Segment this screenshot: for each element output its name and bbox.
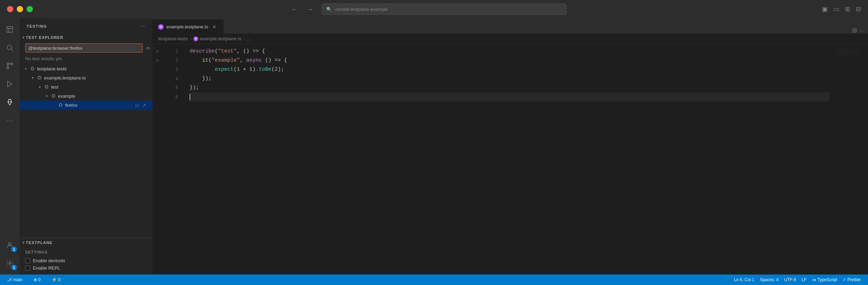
window-controls bbox=[7, 6, 33, 12]
tree-item-example-testplane-ts[interactable]: ▾ example.testplane.ts bbox=[20, 73, 152, 82]
more-tabs-icon[interactable]: ··· bbox=[860, 28, 864, 33]
activity-account[interactable]: 1 bbox=[1, 237, 18, 253]
repl-checkbox[interactable] bbox=[25, 266, 30, 271]
code-content[interactable]: describe("test", () => { it("example", a… bbox=[184, 44, 835, 274]
tree-dot-icon bbox=[43, 84, 50, 90]
language-icon: ⋊ bbox=[812, 278, 816, 282]
filter-input[interactable] bbox=[25, 43, 143, 53]
arrow-gutter: ▷ ▷ bbox=[152, 44, 163, 274]
tree-item-actions: ▷ ↗ bbox=[135, 102, 150, 109]
code-line-4: }); bbox=[190, 74, 830, 83]
gutter-6 bbox=[154, 92, 162, 102]
search-icon: 🔍 bbox=[326, 7, 332, 12]
global-search-bar[interactable]: 🔍 vscode-testplane-example bbox=[322, 4, 567, 15]
statusbar-branch[interactable]: ⎇ main bbox=[4, 274, 25, 285]
language-text: TypeScript bbox=[817, 277, 837, 282]
gutter-3 bbox=[154, 65, 162, 74]
run-test-button[interactable]: ▷ bbox=[135, 102, 140, 109]
test-explorer-title: TEST EXPLORER bbox=[26, 35, 63, 40]
code-line-1: describe("test", () => { bbox=[190, 47, 830, 56]
branch-icon: ⎇ bbox=[7, 277, 12, 282]
layout-icon[interactable]: ⊞ bbox=[845, 5, 850, 13]
nav-forward-button[interactable]: → bbox=[304, 4, 316, 15]
line-numbers: 1 2 3 4 5 6 bbox=[163, 44, 184, 274]
activity-more[interactable]: ··· bbox=[1, 112, 18, 129]
errors-text: ⊗ 0 bbox=[34, 277, 41, 282]
statusbar-language[interactable]: ⋊ TypeScript bbox=[809, 274, 840, 285]
goto-test-button[interactable]: ↗ bbox=[142, 102, 147, 109]
line-num-3: 3 bbox=[163, 65, 178, 74]
line-num-1: 1 bbox=[163, 47, 178, 56]
statusbar-left: ⎇ main ⊗ 0 ⚡ 0 bbox=[4, 274, 63, 285]
statusbar-errors[interactable]: ⊗ 0 bbox=[31, 274, 43, 285]
svg-point-1 bbox=[7, 45, 12, 50]
tree-dot-icon bbox=[29, 65, 36, 72]
checkbox-enable-devtools[interactable]: Enable devtools bbox=[25, 257, 147, 264]
titlebar-right-actions: ▣ ▭ ⊞ ⊟ bbox=[822, 5, 861, 13]
statusbar-encoding[interactable]: UTF-8 bbox=[781, 274, 799, 285]
nav-back-button[interactable]: ← bbox=[288, 4, 301, 15]
activity-run-debug[interactable] bbox=[1, 76, 18, 92]
breadcrumb-file: Ψ example.testplane.ts bbox=[193, 36, 241, 41]
tree-chevron: ▾ bbox=[43, 92, 50, 99]
tree-item-firefox[interactable]: ▾ firefox ▷ ↗ bbox=[20, 100, 152, 110]
activity-search[interactable] bbox=[1, 39, 18, 56]
sidebar-more-actions[interactable]: ··· bbox=[140, 22, 147, 30]
devtools-label: Enable devtools bbox=[33, 258, 65, 263]
code-line-5: }); bbox=[190, 83, 830, 92]
test-explorer-chevron: ▾ bbox=[22, 35, 24, 40]
tab-close-button[interactable]: ✕ bbox=[211, 23, 218, 30]
repl-label: Enable REPL bbox=[33, 265, 60, 271]
tree-item-testplane-tests[interactable]: ▾ testplane-tests bbox=[20, 64, 152, 73]
tree-item-example[interactable]: ▾ example bbox=[20, 91, 152, 100]
devtools-checkbox[interactable] bbox=[25, 258, 30, 263]
tree-item-test[interactable]: ▾ test bbox=[20, 82, 152, 91]
tree-dot-icon bbox=[36, 75, 43, 81]
line-num-2: 2 bbox=[163, 56, 178, 65]
tab-bar: Ψ example.testplane.ts ✕ ⊟ ··· bbox=[152, 18, 868, 34]
breadcrumb-file-icon: Ψ bbox=[193, 36, 198, 41]
titlebar-center: ← → 🔍 vscode-testplane-example bbox=[288, 4, 567, 15]
split-editor-icon[interactable]: ⊟ bbox=[852, 27, 857, 34]
panel-toggle-icon[interactable]: ▭ bbox=[833, 5, 839, 13]
testplane-section-header[interactable]: ▾ TESTPLANE bbox=[20, 238, 152, 247]
code-editor[interactable]: ▷ ▷ 1 2 3 4 5 6 de bbox=[152, 44, 868, 274]
formatter-text: ✓ Prettier bbox=[843, 277, 861, 282]
maximize-button[interactable] bbox=[27, 6, 33, 12]
minimize-button[interactable] bbox=[17, 6, 23, 12]
run-line-1[interactable]: ▷ bbox=[156, 47, 159, 56]
statusbar-position[interactable]: Ln 6, Col 1 bbox=[731, 274, 757, 285]
testplane-section: ▾ TESTPLANE SETTINGS Enable devtools Ena… bbox=[20, 238, 152, 274]
customize-layout-icon[interactable]: ⊟ bbox=[856, 5, 861, 13]
tree-dot-icon bbox=[57, 102, 64, 108]
svg-point-9 bbox=[9, 262, 11, 264]
sidebar-toggle-icon[interactable]: ▣ bbox=[822, 5, 828, 13]
encoding-text: UTF-8 bbox=[784, 277, 796, 282]
tree-label: test bbox=[51, 84, 150, 90]
tree-chevron: ▾ bbox=[29, 74, 36, 81]
activity-testing[interactable] bbox=[1, 94, 18, 111]
filter-icon[interactable]: ⊲ bbox=[145, 45, 150, 51]
tab-bar-actions: ⊟ ··· bbox=[848, 27, 868, 34]
activity-bar-bottom: 1 1 bbox=[1, 237, 18, 272]
checkbox-enable-repl[interactable]: Enable REPL bbox=[25, 264, 147, 272]
tab-example-testplane-ts[interactable]: Ψ example.testplane.ts ✕ bbox=[152, 20, 223, 34]
tree-chevron: ▾ bbox=[22, 65, 29, 72]
titlebar: ← → 🔍 vscode-testplane-example ▣ ▭ ⊞ ⊟ bbox=[0, 0, 868, 18]
code-line-6 bbox=[190, 92, 830, 102]
statusbar-line-ending[interactable]: LF bbox=[799, 274, 809, 285]
activity-explorer[interactable] bbox=[1, 21, 18, 38]
activity-settings[interactable]: 1 bbox=[1, 255, 18, 272]
close-button[interactable] bbox=[7, 6, 13, 12]
gutter-4 bbox=[154, 74, 162, 83]
testplane-chevron: ▾ bbox=[22, 240, 24, 245]
search-text: vscode-testplane-example bbox=[335, 7, 388, 12]
statusbar-formatter[interactable]: ✓ Prettier bbox=[840, 274, 864, 285]
code-line-2: it("example", async () => { bbox=[190, 56, 830, 65]
activity-source-control[interactable] bbox=[1, 57, 18, 74]
test-explorer-section-header[interactable]: ▾ TEST EXPLORER bbox=[20, 33, 152, 42]
run-line-2[interactable]: ▷ bbox=[156, 56, 159, 65]
statusbar-spaces[interactable]: Spaces: 4 bbox=[757, 274, 781, 285]
editor-scrollbar[interactable] bbox=[863, 44, 868, 274]
statusbar-warnings[interactable]: ⚡ 0 bbox=[49, 274, 63, 285]
